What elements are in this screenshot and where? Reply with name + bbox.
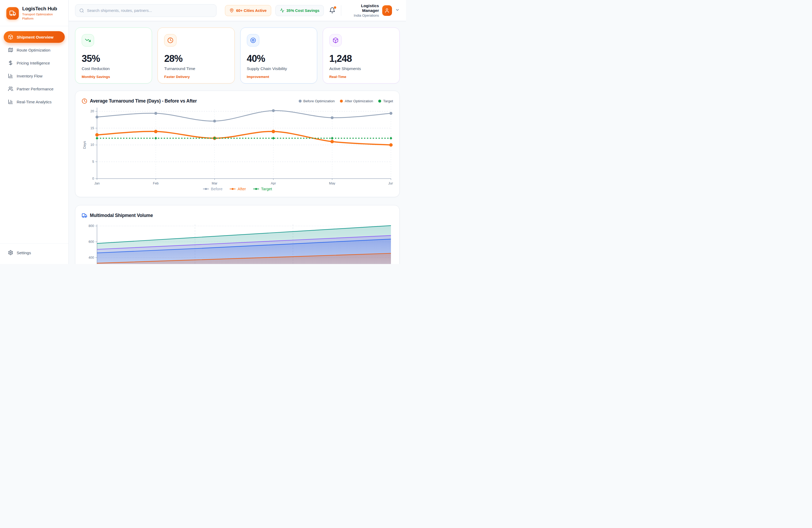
- notification-dot: [334, 6, 336, 9]
- legend-dot-target: [378, 100, 381, 103]
- sidebar-item-inventory-flow[interactable]: Inventory Flow: [4, 70, 65, 82]
- sidebar-item-partner-performance[interactable]: Partner Performance: [4, 83, 65, 94]
- svg-text:Jan: Jan: [95, 181, 100, 185]
- turnaround-legend-top: Before Optimization After Optimization T…: [299, 99, 393, 103]
- users-icon: [8, 86, 13, 91]
- brand-subtitle: Transport Optimization Platform: [22, 12, 57, 20]
- activity-icon: [280, 8, 285, 13]
- turnaround-line-chart: 05101520JanFebMarAprMayJunDays: [82, 106, 393, 185]
- sidebar: LogisTech Hub Transport Optimization Pla…: [0, 0, 69, 264]
- legend-bottom-after: After: [229, 187, 246, 191]
- legend-dot-before: [299, 100, 302, 103]
- search-input[interactable]: [87, 8, 212, 13]
- main-area: 60+ Cities Active 35% Cost Savings Logis…: [69, 0, 406, 264]
- legend-item-before: Before Optimization: [299, 99, 335, 103]
- map-icon: [8, 47, 13, 53]
- cities-active-label: 60+ Cities Active: [236, 9, 266, 13]
- line-marker-icon: [253, 188, 259, 190]
- chevron-down-icon: [395, 8, 400, 12]
- sidebar-spacer: [0, 109, 69, 244]
- user-text: Logistics Manager India Operations: [346, 3, 379, 17]
- sidebar-item-settings[interactable]: Settings: [4, 247, 65, 259]
- svg-text:May: May: [329, 181, 335, 185]
- brand-title: LogisTech Hub: [22, 6, 57, 12]
- stat-sublabel: Faster Delivery: [164, 75, 228, 79]
- package-icon: [329, 34, 342, 46]
- topbar-divider: [341, 5, 341, 16]
- legend-bottom-target: Target: [253, 187, 272, 191]
- legend-label: Before Optimization: [303, 99, 335, 103]
- sidebar-item-label: Route Optimization: [17, 48, 50, 52]
- svg-text:Apr: Apr: [271, 181, 276, 185]
- legend-label: After Optimization: [345, 99, 373, 103]
- svg-text:15: 15: [90, 126, 94, 130]
- stat-value: 35%: [82, 53, 145, 64]
- app-root: LogisTech Hub Transport Optimization Pla…: [0, 0, 406, 264]
- stat-label: Turnaround Time: [164, 66, 228, 71]
- trending-down-icon: [82, 34, 94, 46]
- sidebar-item-real-time-analytics[interactable]: Real-Time Analytics: [4, 96, 65, 107]
- sidebar-footer: Settings: [0, 244, 69, 264]
- notifications-button[interactable]: [329, 7, 336, 14]
- line-marker-icon: [229, 188, 236, 190]
- avatar[interactable]: [382, 5, 392, 16]
- stat-value: 40%: [247, 53, 310, 64]
- user-menu[interactable]: Logistics Manager India Operations: [346, 3, 400, 17]
- stat-sublabel: Real-Time: [329, 75, 393, 79]
- legend-label: Target: [261, 187, 272, 191]
- legend-bottom-before: Before: [203, 187, 222, 191]
- sidebar-item-label: Partner Performance: [17, 87, 53, 91]
- gear-icon: [8, 250, 13, 255]
- stat-card-turnaround-time: 28% Turnaround Time Faster Delivery: [158, 28, 234, 84]
- stat-label: Supply Chain Visibility: [247, 66, 310, 71]
- user-menu-chevron[interactable]: [395, 8, 400, 13]
- sidebar-item-label: Shipment Overview: [17, 35, 53, 39]
- sidebar-item-pricing-intelligence[interactable]: Pricing Intelligence: [4, 57, 65, 69]
- svg-text:Jun: Jun: [388, 181, 393, 185]
- multimodal-chart-card: Multimodal Shipment Volume 400600800: [75, 205, 400, 264]
- user-name: Logistics Manager: [346, 3, 379, 13]
- legend-label: Target: [383, 99, 393, 103]
- stat-sublabel: Improvement: [247, 75, 310, 79]
- clock-icon: [82, 98, 87, 104]
- legend-item-target: Target: [378, 99, 393, 103]
- svg-text:400: 400: [89, 256, 94, 260]
- sidebar-item-shipment-overview[interactable]: Shipment Overview: [4, 31, 65, 43]
- user-icon: [384, 8, 390, 13]
- legend-dot-after: [340, 100, 343, 103]
- content: 35% Cost Reduction Monthly Savings 28% T…: [69, 21, 406, 264]
- bar-chart-icon: [8, 73, 13, 78]
- stat-value: 28%: [164, 53, 228, 64]
- cost-savings-badge[interactable]: 35% Cost Savings: [275, 5, 324, 16]
- legend-item-after: After Optimization: [340, 99, 373, 103]
- truck-icon: [82, 213, 87, 218]
- map-pin-icon: [229, 8, 234, 13]
- svg-text:Mar: Mar: [212, 181, 217, 185]
- user-org: India Operations: [346, 14, 379, 17]
- legend-label: Before: [211, 187, 222, 191]
- eye-icon: [247, 34, 259, 46]
- sidebar-item-label: Settings: [17, 250, 31, 255]
- logo-truck-icon: [6, 7, 19, 19]
- stat-card-active-shipments: 1,248 Active Shipments Real-Time: [323, 28, 400, 84]
- search-box[interactable]: [75, 4, 217, 17]
- turnaround-chart-title: Average Turnaround Time (Days) - Before …: [90, 98, 197, 104]
- line-marker-icon: [203, 188, 209, 190]
- brand-text: LogisTech Hub Transport Optimization Pla…: [22, 6, 57, 20]
- sidebar-item-label: Real-Time Analytics: [17, 100, 52, 104]
- svg-text:0: 0: [92, 177, 94, 180]
- topbar: 60+ Cities Active 35% Cost Savings Logis…: [69, 0, 406, 21]
- stat-card-supply-chain-visibility: 40% Supply Chain Visibility Improvement: [240, 28, 317, 84]
- stats-grid: 35% Cost Reduction Monthly Savings 28% T…: [75, 28, 400, 84]
- package-icon: [8, 34, 13, 40]
- cities-active-badge[interactable]: 60+ Cities Active: [225, 5, 271, 16]
- sidebar-item-label: Pricing Intelligence: [17, 61, 50, 65]
- cost-savings-label: 35% Cost Savings: [287, 9, 320, 13]
- stat-label: Cost Reduction: [82, 66, 145, 71]
- sidebar-item-route-optimization[interactable]: Route Optimization: [4, 44, 65, 56]
- dollar-sign-icon: [8, 60, 13, 65]
- turnaround-chart-header: Average Turnaround Time (Days) - Before …: [82, 96, 393, 106]
- clock-icon: [164, 34, 177, 46]
- multimodal-area-chart: 400600800: [82, 222, 393, 264]
- brand-block: LogisTech Hub Transport Optimization Pla…: [0, 0, 69, 26]
